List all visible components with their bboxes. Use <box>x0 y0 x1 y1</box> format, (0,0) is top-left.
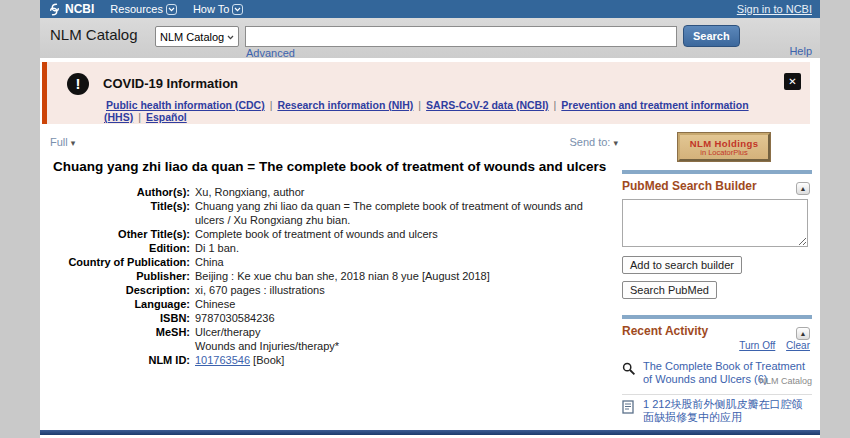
holdings-sublabel: in LocatorPlus <box>682 148 766 157</box>
covid-banner-title: COVID-19 Information <box>103 76 238 91</box>
caret-down-icon: ▾ <box>71 138 76 148</box>
separator: | <box>270 99 273 111</box>
field-value: xi, 670 pages : illustrations <box>195 283 615 297</box>
brand-label: NCBI <box>65 2 94 16</box>
close-icon[interactable]: ✕ <box>784 73 801 90</box>
field-value: Chuang yang zhi liao da quan = The compl… <box>195 199 615 227</box>
field-value: China <box>195 255 615 269</box>
covid-link-cdc[interactable]: Public health information (CDC) <box>106 99 265 111</box>
record-field-other-titles: Other Title(s): Complete book of treatme… <box>40 227 622 241</box>
record-field-authors: Author(s): Xu, Rongxiang, author <box>40 185 622 199</box>
record-field-mesh: MeSH: Ulcer/therapy Wounds and Injuries/… <box>40 325 622 353</box>
collapse-icon[interactable]: ▲ <box>796 182 810 195</box>
ncbi-swoosh-icon <box>48 3 61 16</box>
field-value: Chinese <box>195 297 615 311</box>
chevron-down-icon <box>166 4 177 15</box>
help-link[interactable]: Help <box>789 45 812 57</box>
field-value: Ulcer/therapy Wounds and Injuries/therap… <box>195 325 615 353</box>
ncbi-logo[interactable]: NCBI <box>48 2 94 16</box>
field-label: Description: <box>40 283 195 297</box>
nav-resources[interactable]: Resources <box>110 3 177 15</box>
database-select[interactable]: NLM Catalog <box>155 26 239 47</box>
search-button[interactable]: Search <box>683 25 740 47</box>
record-field-language: Language: Chinese <box>40 297 622 311</box>
advanced-link[interactable]: Advanced <box>246 47 295 59</box>
covid-link-ncbi[interactable]: SARS-CoV-2 data (NCBI) <box>426 99 549 111</box>
recent-activity-portlet: Recent Activity ▲ Turn Off Clear The Com… <box>622 315 812 438</box>
portlet-title: Recent Activity <box>622 324 812 338</box>
list-item: 1 212块股前外侧肌皮瓣在口腔颌面缺损修复中的应用 <box>622 394 812 430</box>
field-label: Language: <box>40 297 195 311</box>
separator: | <box>138 111 141 123</box>
field-value: Di 1 ban. <box>195 241 615 255</box>
field-label: MeSH: <box>40 325 195 353</box>
field-value: Complete book of treatment of wounds and… <box>195 227 615 241</box>
clear-link[interactable]: Clear <box>786 340 810 351</box>
ncbi-header-bar: NCBI Resources How To Sign in to NCBI <box>40 0 820 18</box>
field-value: 9787030584236 <box>195 311 615 325</box>
mesh-term: Ulcer/therapy <box>195 325 615 339</box>
covid-banner-links: Public health information (CDC)|Research… <box>104 99 810 123</box>
record-field-publisher: Publisher: Beijing : Ke xue chu ban she,… <box>40 269 622 283</box>
field-label: Edition: <box>40 241 195 255</box>
field-value: 101763546 [Book] <box>195 353 615 367</box>
field-label: Author(s): <box>40 185 195 199</box>
recent-activity-link[interactable]: 1 212块股前外侧肌皮瓣在口腔颌面缺损修复中的应用 <box>643 398 803 423</box>
display-mode-label: Full <box>50 136 68 148</box>
record-field-titles: Title(s): Chuang yang zhi liao da quan =… <box>40 199 622 227</box>
search-pubmed-button[interactable]: Search PubMed <box>622 281 717 299</box>
portlet-title: PubMed Search Builder <box>622 179 812 193</box>
page: NCBI Resources How To Sign in to NCBI NL… <box>40 0 820 438</box>
covid-link-nih[interactable]: Research information (NIH) <box>277 99 413 111</box>
recent-activity-item-text: 1 212块股前外侧肌皮瓣在口腔颌面缺损修复中的应用 <box>643 398 812 424</box>
covid-banner: ! COVID-19 Information Public health inf… <box>42 62 810 124</box>
collapse-icon[interactable]: ▲ <box>796 327 810 340</box>
nlm-id-type: [Book] <box>250 354 284 366</box>
caret-down-icon: ▾ <box>613 138 618 148</box>
record-field-country: Country of Publication: China <box>40 255 622 269</box>
nlm-holdings-button[interactable]: NLM Holdings in LocatorPlus <box>678 133 770 161</box>
field-label: Other Title(s): <box>40 227 195 241</box>
record-field-nlmid: NLM ID: 101763546 [Book] <box>40 353 622 367</box>
record-title: Chuang yang zhi liao da quan = The compl… <box>53 158 622 176</box>
field-label: Country of Publication: <box>40 255 195 269</box>
search-strip: NLM Catalog NLM Catalog Search Advanced … <box>40 18 820 58</box>
app-title: NLM Catalog <box>50 26 138 43</box>
field-label: NLM ID: <box>40 353 195 367</box>
nlm-id-link[interactable]: 101763546 <box>195 354 250 366</box>
field-value: Beijing : Ke xue chu ban she, 2018 nian … <box>195 269 615 283</box>
database-select-control[interactable]: NLM Catalog <box>156 27 238 46</box>
field-value: Xu, Rongxiang, author <box>195 185 615 199</box>
list-item: The Complete Book of Treatment of Wounds… <box>622 357 812 394</box>
pubmed-search-builder-portlet: PubMed Search Builder ▲ Add to search bu… <box>622 170 812 299</box>
chevron-down-icon <box>232 4 243 15</box>
nav-howto-label: How To <box>193 3 229 15</box>
field-label: Publisher: <box>40 269 195 283</box>
record-field-edition: Edition: Di 1 ban. <box>40 241 622 255</box>
send-to-dropdown[interactable]: Send to: ▾ <box>569 136 618 148</box>
display-mode-dropdown[interactable]: Full ▾ <box>50 136 75 148</box>
add-to-search-builder-button[interactable]: Add to search builder <box>622 256 742 274</box>
nav-howto[interactable]: How To <box>193 3 243 15</box>
record-field-isbn: ISBN: 9787030584236 <box>40 311 622 325</box>
signin-link[interactable]: Sign in to NCBI <box>737 3 812 15</box>
search-input[interactable] <box>245 26 677 47</box>
search-builder-textarea[interactable] <box>622 199 808 247</box>
sidebar: NLM Holdings in LocatorPlus PubMed Searc… <box>622 130 812 438</box>
separator: | <box>554 99 557 111</box>
covid-link-espanol[interactable]: Español <box>146 111 187 123</box>
field-label: ISBN: <box>40 311 195 325</box>
document-icon <box>622 398 637 424</box>
search-icon <box>622 360 637 388</box>
alert-icon: ! <box>67 73 89 95</box>
footer-bar <box>40 430 820 435</box>
nav-resources-label: Resources <box>110 3 163 15</box>
recent-activity-controls: Turn Off Clear <box>622 340 810 351</box>
send-to-label: Send to: <box>569 136 610 148</box>
turn-off-link[interactable]: Turn Off <box>739 340 775 351</box>
recent-activity-item-text: The Complete Book of Treatment of Wounds… <box>643 360 812 388</box>
tools-row: Full ▾ Send to: ▾ <box>40 130 622 158</box>
separator: | <box>418 99 421 111</box>
record-field-description: Description: xi, 670 pages : illustratio… <box>40 283 622 297</box>
field-label: Title(s): <box>40 199 195 227</box>
